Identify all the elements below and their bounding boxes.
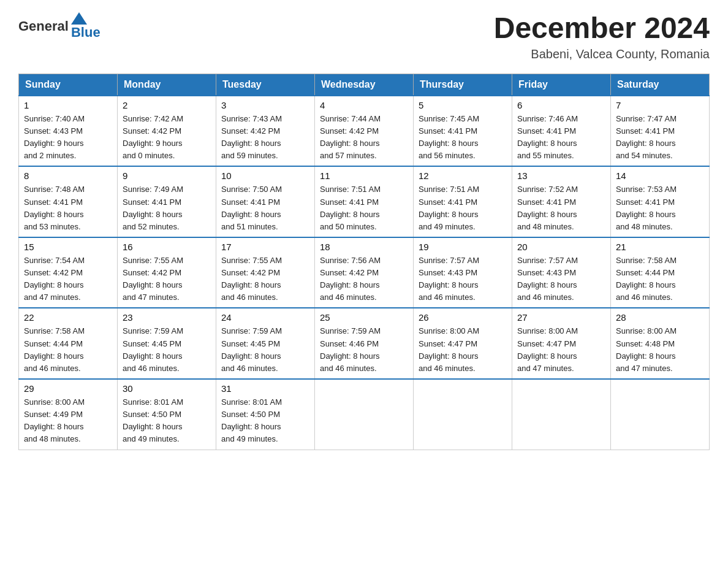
calendar-cell: 28Sunrise: 8:00 AM Sunset: 4:48 PM Dayli… <box>611 308 710 379</box>
day-info: Sunrise: 7:44 AM Sunset: 4:42 PM Dayligh… <box>320 113 408 163</box>
day-number: 23 <box>123 312 211 323</box>
calendar-cell: 26Sunrise: 8:00 AM Sunset: 4:47 PM Dayli… <box>414 308 512 379</box>
calendar-cell: 30Sunrise: 8:01 AM Sunset: 4:50 PM Dayli… <box>118 379 216 450</box>
calendar-cell: 5Sunrise: 7:45 AM Sunset: 4:41 PM Daylig… <box>414 96 512 167</box>
day-info: Sunrise: 7:59 AM Sunset: 4:45 PM Dayligh… <box>221 325 309 375</box>
calendar-cell: 11Sunrise: 7:51 AM Sunset: 4:41 PM Dayli… <box>315 166 414 237</box>
calendar-header-sunday: Sunday <box>19 74 118 96</box>
day-info: Sunrise: 7:56 AM Sunset: 4:42 PM Dayligh… <box>320 255 408 304</box>
day-number: 11 <box>320 170 408 181</box>
day-info: Sunrise: 7:59 AM Sunset: 4:46 PM Dayligh… <box>320 325 408 375</box>
calendar-cell: 24Sunrise: 7:59 AM Sunset: 4:45 PM Dayli… <box>216 308 315 379</box>
day-info: Sunrise: 7:48 AM Sunset: 4:41 PM Dayligh… <box>24 183 112 233</box>
calendar-header-saturday: Saturday <box>611 74 710 96</box>
day-info: Sunrise: 7:43 AM Sunset: 4:42 PM Dayligh… <box>221 113 309 163</box>
calendar-cell <box>315 379 414 450</box>
day-info: Sunrise: 8:00 AM Sunset: 4:49 PM Dayligh… <box>24 396 112 446</box>
day-info: Sunrise: 7:50 AM Sunset: 4:41 PM Dayligh… <box>221 183 309 233</box>
calendar-cell: 8Sunrise: 7:48 AM Sunset: 4:41 PM Daylig… <box>19 166 118 237</box>
calendar-header-tuesday: Tuesday <box>216 74 315 96</box>
day-number: 19 <box>419 242 507 252</box>
day-number: 7 <box>616 100 704 110</box>
day-info: Sunrise: 7:54 AM Sunset: 4:42 PM Dayligh… <box>24 255 112 304</box>
calendar-cell: 9Sunrise: 7:49 AM Sunset: 4:41 PM Daylig… <box>118 166 216 237</box>
calendar-header-monday: Monday <box>118 74 216 96</box>
calendar-cell: 21Sunrise: 7:58 AM Sunset: 4:44 PM Dayli… <box>611 237 710 308</box>
day-number: 30 <box>123 383 211 394</box>
day-number: 4 <box>320 100 408 110</box>
day-info: Sunrise: 7:53 AM Sunset: 4:41 PM Dayligh… <box>616 183 704 233</box>
calendar-header-friday: Friday <box>512 74 611 96</box>
day-number: 18 <box>320 242 408 252</box>
day-number: 28 <box>616 312 704 323</box>
logo-triangle-icon <box>71 12 87 25</box>
day-number: 25 <box>320 312 408 323</box>
day-number: 27 <box>517 312 605 323</box>
day-number: 20 <box>517 242 605 252</box>
calendar-cell: 2Sunrise: 7:42 AM Sunset: 4:42 PM Daylig… <box>118 96 216 167</box>
calendar-week-row: 22Sunrise: 7:58 AM Sunset: 4:44 PM Dayli… <box>19 308 710 379</box>
calendar-cell: 29Sunrise: 8:00 AM Sunset: 4:49 PM Dayli… <box>19 379 118 450</box>
calendar-cell: 3Sunrise: 7:43 AM Sunset: 4:42 PM Daylig… <box>216 96 315 167</box>
calendar-cell: 12Sunrise: 7:51 AM Sunset: 4:41 PM Dayli… <box>414 166 512 237</box>
day-info: Sunrise: 7:42 AM Sunset: 4:42 PM Dayligh… <box>123 113 211 163</box>
day-info: Sunrise: 7:57 AM Sunset: 4:43 PM Dayligh… <box>517 255 605 304</box>
day-number: 12 <box>419 170 507 181</box>
calendar-week-row: 29Sunrise: 8:00 AM Sunset: 4:49 PM Dayli… <box>19 379 710 450</box>
calendar-cell: 20Sunrise: 7:57 AM Sunset: 4:43 PM Dayli… <box>512 237 611 308</box>
calendar-cell: 25Sunrise: 7:59 AM Sunset: 4:46 PM Dayli… <box>315 308 414 379</box>
day-info: Sunrise: 7:51 AM Sunset: 4:41 PM Dayligh… <box>419 183 507 233</box>
calendar-week-row: 8Sunrise: 7:48 AM Sunset: 4:41 PM Daylig… <box>19 166 710 237</box>
day-number: 6 <box>517 100 605 110</box>
day-info: Sunrise: 7:52 AM Sunset: 4:41 PM Dayligh… <box>517 183 605 233</box>
calendar-cell <box>611 379 710 450</box>
calendar-cell: 4Sunrise: 7:44 AM Sunset: 4:42 PM Daylig… <box>315 96 414 167</box>
day-number: 31 <box>221 383 309 394</box>
day-number: 10 <box>221 170 309 181</box>
calendar-cell: 10Sunrise: 7:50 AM Sunset: 4:41 PM Dayli… <box>216 166 315 237</box>
title-area: December 2024 Babeni, Valcea County, Rom… <box>494 12 710 61</box>
day-number: 21 <box>616 242 704 252</box>
day-info: Sunrise: 7:55 AM Sunset: 4:42 PM Dayligh… <box>123 255 211 304</box>
header: General Blue December 2024 Babeni, Valce… <box>18 12 710 61</box>
calendar-cell: 1Sunrise: 7:40 AM Sunset: 4:43 PM Daylig… <box>19 96 118 167</box>
day-info: Sunrise: 7:57 AM Sunset: 4:43 PM Dayligh… <box>419 255 507 304</box>
day-info: Sunrise: 7:59 AM Sunset: 4:45 PM Dayligh… <box>123 325 211 375</box>
calendar-header-thursday: Thursday <box>414 74 512 96</box>
calendar-cell: 31Sunrise: 8:01 AM Sunset: 4:50 PM Dayli… <box>216 379 315 450</box>
calendar-week-row: 1Sunrise: 7:40 AM Sunset: 4:43 PM Daylig… <box>19 96 710 167</box>
day-number: 13 <box>517 170 605 181</box>
calendar-cell <box>512 379 611 450</box>
calendar-header-wednesday: Wednesday <box>315 74 414 96</box>
logo-general-text: General <box>18 18 69 34</box>
calendar-cell: 7Sunrise: 7:47 AM Sunset: 4:41 PM Daylig… <box>611 96 710 167</box>
calendar-cell: 23Sunrise: 7:59 AM Sunset: 4:45 PM Dayli… <box>118 308 216 379</box>
calendar-cell: 13Sunrise: 7:52 AM Sunset: 4:41 PM Dayli… <box>512 166 611 237</box>
calendar-cell: 27Sunrise: 8:00 AM Sunset: 4:47 PM Dayli… <box>512 308 611 379</box>
day-info: Sunrise: 7:58 AM Sunset: 4:44 PM Dayligh… <box>24 325 112 375</box>
calendar-table: SundayMondayTuesdayWednesdayThursdayFrid… <box>18 74 710 450</box>
day-info: Sunrise: 8:00 AM Sunset: 4:47 PM Dayligh… <box>419 325 507 375</box>
day-number: 26 <box>419 312 507 323</box>
day-number: 14 <box>616 170 704 181</box>
day-info: Sunrise: 7:51 AM Sunset: 4:41 PM Dayligh… <box>320 183 408 233</box>
calendar-cell: 6Sunrise: 7:46 AM Sunset: 4:41 PM Daylig… <box>512 96 611 167</box>
day-number: 16 <box>123 242 211 252</box>
day-info: Sunrise: 8:01 AM Sunset: 4:50 PM Dayligh… <box>221 396 309 446</box>
day-number: 22 <box>24 312 112 323</box>
day-info: Sunrise: 7:45 AM Sunset: 4:41 PM Dayligh… <box>419 113 507 163</box>
logo: General Blue <box>18 12 100 40</box>
day-number: 29 <box>24 383 112 394</box>
calendar-cell: 19Sunrise: 7:57 AM Sunset: 4:43 PM Dayli… <box>414 237 512 308</box>
day-info: Sunrise: 8:01 AM Sunset: 4:50 PM Dayligh… <box>123 396 211 446</box>
day-number: 9 <box>123 170 211 181</box>
calendar-cell: 22Sunrise: 7:58 AM Sunset: 4:44 PM Dayli… <box>19 308 118 379</box>
day-info: Sunrise: 8:00 AM Sunset: 4:48 PM Dayligh… <box>616 325 704 375</box>
day-info: Sunrise: 7:49 AM Sunset: 4:41 PM Dayligh… <box>123 183 211 233</box>
calendar-cell: 16Sunrise: 7:55 AM Sunset: 4:42 PM Dayli… <box>118 237 216 308</box>
day-number: 17 <box>221 242 309 252</box>
day-number: 24 <box>221 312 309 323</box>
day-info: Sunrise: 7:55 AM Sunset: 4:42 PM Dayligh… <box>221 255 309 304</box>
day-number: 1 <box>24 100 112 110</box>
calendar-subtitle: Babeni, Valcea County, Romania <box>494 47 710 61</box>
